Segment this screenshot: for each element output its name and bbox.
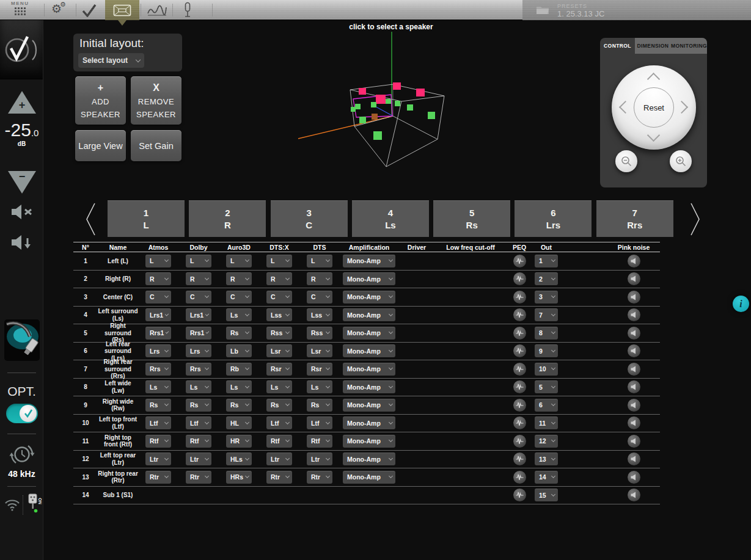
- peq-button[interactable]: [513, 344, 526, 357]
- peq-button[interactable]: [513, 489, 526, 501]
- chevron-up-icon[interactable]: [647, 73, 660, 85]
- amp-select[interactable]: Mono-Amp: [343, 291, 395, 304]
- peq-button[interactable]: [513, 291, 526, 304]
- dolby-select[interactable]: Rs: [186, 399, 211, 412]
- amp-select[interactable]: Mono-Amp: [343, 399, 395, 412]
- dtsx-select[interactable]: Lss: [266, 308, 292, 321]
- dtsx-select[interactable]: Ltf: [266, 416, 292, 429]
- dtsx-select[interactable]: R: [266, 272, 292, 285]
- auro3d-select[interactable]: Rs: [226, 327, 252, 340]
- out-select[interactable]: 11: [535, 416, 558, 429]
- tab-control[interactable]: CONTROL: [600, 38, 635, 54]
- auro3d-select[interactable]: L: [226, 255, 252, 267]
- out-select[interactable]: 10: [535, 363, 558, 376]
- dts-select[interactable]: Ltf: [307, 416, 332, 429]
- view-joystick[interactable]: Reset: [612, 65, 696, 150]
- atmos-select[interactable]: Rrs1: [145, 327, 171, 340]
- peq-button[interactable]: [513, 380, 526, 393]
- atmos-select[interactable]: Ltr: [145, 453, 171, 465]
- out-select[interactable]: 14: [535, 471, 558, 484]
- atmos-select[interactable]: Ltf: [145, 416, 171, 429]
- out-select[interactable]: 9: [535, 344, 558, 357]
- dts-select[interactable]: Ls: [307, 380, 332, 393]
- dts-select[interactable]: Ltr: [307, 453, 332, 465]
- dtsx-select[interactable]: C: [266, 291, 292, 304]
- dolby-select[interactable]: Ls: [186, 380, 211, 393]
- atmos-select[interactable]: Ls: [145, 380, 171, 393]
- processor-check-icon[interactable]: [81, 4, 97, 20]
- speaker-tab-6[interactable]: 6Lrs: [515, 200, 592, 237]
- pink-noise-button[interactable]: [628, 380, 640, 393]
- amp-select[interactable]: Mono-Amp: [343, 344, 395, 357]
- dtsx-select[interactable]: Lsr: [266, 344, 292, 357]
- dts-select[interactable]: Lsr: [307, 344, 332, 357]
- pink-noise-button[interactable]: [628, 327, 640, 340]
- out-select[interactable]: 8: [535, 327, 558, 340]
- dolby-select[interactable]: Ltf: [186, 416, 211, 429]
- dtsx-select[interactable]: Rs: [266, 399, 292, 412]
- out-select[interactable]: 1: [535, 255, 558, 267]
- peq-button[interactable]: [513, 272, 526, 285]
- remove-speaker-button[interactable]: X REMOVE SPEAKER: [131, 76, 181, 125]
- out-select[interactable]: 6: [535, 399, 558, 412]
- peq-button[interactable]: [513, 399, 526, 412]
- dolby-select[interactable]: R: [186, 272, 211, 285]
- peq-button[interactable]: [513, 416, 526, 429]
- amp-select[interactable]: Mono-Amp: [343, 435, 395, 448]
- volume-up-button[interactable]: +: [8, 91, 36, 114]
- dolby-select[interactable]: Lrs: [186, 344, 211, 357]
- pink-noise-button[interactable]: [628, 453, 640, 465]
- dts-select[interactable]: Lss: [307, 308, 332, 321]
- tab-speaker-layout[interactable]: [105, 0, 139, 20]
- atmos-select[interactable]: Rs: [145, 399, 171, 412]
- dts-select[interactable]: C: [307, 291, 332, 304]
- pink-noise-button[interactable]: [628, 272, 640, 285]
- pink-noise-button[interactable]: [628, 489, 640, 501]
- dolby-select[interactable]: Rtr: [186, 471, 211, 484]
- auro3d-select[interactable]: C: [226, 291, 252, 304]
- speaker-tab-2[interactable]: 2R: [189, 200, 266, 237]
- peq-button[interactable]: [513, 363, 526, 376]
- auro3d-select[interactable]: Rb: [226, 363, 252, 376]
- auro3d-select[interactable]: HR: [226, 435, 252, 448]
- out-select[interactable]: 13: [535, 453, 558, 465]
- auro3d-select[interactable]: HRs: [226, 471, 252, 484]
- dtsx-select[interactable]: Rtf: [266, 435, 292, 448]
- atmos-select[interactable]: Lrs: [145, 344, 171, 357]
- dolby-select[interactable]: Rrs1: [186, 327, 211, 340]
- peq-button[interactable]: [513, 308, 526, 321]
- dts-select[interactable]: L: [307, 255, 332, 267]
- dtsx-select[interactable]: Ls: [266, 380, 292, 393]
- peq-button[interactable]: [513, 327, 526, 340]
- info-button[interactable]: i: [733, 296, 749, 312]
- pink-noise-button[interactable]: [628, 363, 640, 376]
- dolby-select[interactable]: L: [186, 255, 211, 267]
- peq-button[interactable]: [513, 471, 526, 484]
- settings-gear-icon[interactable]: ⚙⚙: [51, 3, 62, 15]
- dtsx-select[interactable]: Ltr: [266, 453, 292, 465]
- dtsx-select[interactable]: Rsr: [266, 363, 292, 376]
- peq-button[interactable]: [513, 255, 526, 267]
- dolby-select[interactable]: Lrs1: [186, 308, 211, 321]
- chevron-down-icon[interactable]: [647, 129, 660, 142]
- pink-noise-button[interactable]: [628, 471, 640, 484]
- layout-select[interactable]: Select layout: [78, 53, 144, 68]
- dtsx-select[interactable]: Rtr: [266, 471, 292, 484]
- amp-select[interactable]: Mono-Amp: [343, 255, 395, 267]
- dts-select[interactable]: Rtr: [307, 471, 332, 484]
- out-select[interactable]: 15: [535, 489, 558, 501]
- speaker-tab-5[interactable]: 5Rs: [433, 200, 510, 237]
- input-source-tile[interactable]: [4, 319, 40, 363]
- add-speaker-button[interactable]: + ADD SPEAKER: [75, 76, 126, 125]
- dts-select[interactable]: Rs: [307, 399, 332, 412]
- chevron-right-icon[interactable]: [675, 101, 688, 114]
- mute-button[interactable]: [10, 203, 34, 223]
- auro3d-select[interactable]: Lb: [226, 344, 252, 357]
- tabs-scroll-left[interactable]: [84, 202, 97, 239]
- dolby-select[interactable]: Ltr: [186, 453, 211, 465]
- zoom-in-button[interactable]: [670, 150, 692, 172]
- pink-noise-button[interactable]: [628, 344, 640, 357]
- dolby-select[interactable]: Rtf: [186, 435, 211, 448]
- atmos-select[interactable]: Lrs1: [145, 308, 171, 321]
- atmos-select[interactable]: Rtf: [145, 435, 171, 448]
